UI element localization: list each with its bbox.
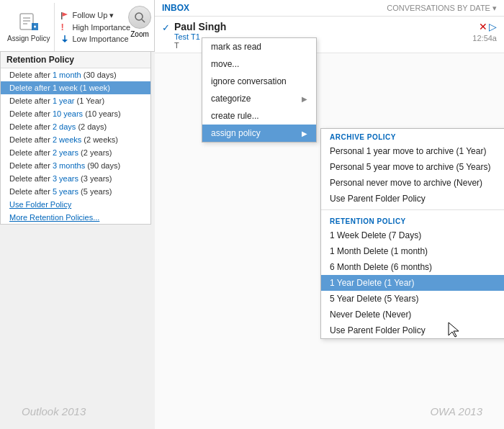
retention-policy-panel: Retention Policy Delete after 1 month (3… xyxy=(0,52,151,225)
archive-policy-title: ARCHIVE POLICY xyxy=(321,129,504,143)
context-mark-as-read[interactable]: mark as read xyxy=(202,38,316,55)
app-label-right: OWA 2013 xyxy=(430,405,482,417)
assign-policy-button[interactable]: Assign Policy xyxy=(3,3,55,51)
inbox-title: INBOX xyxy=(162,3,189,13)
zoom-button[interactable]: Zoom xyxy=(128,6,151,38)
svg-marker-8 xyxy=(63,12,68,17)
email-close-icon[interactable]: ✕ xyxy=(479,21,487,32)
retention-submenu-item-2[interactable]: 6 Month Delete (6 months) xyxy=(321,259,504,275)
retention-item-3[interactable]: Delete after 10 years (10 years) xyxy=(1,107,150,120)
categorize-label: categorize xyxy=(211,94,251,104)
retention-item-1[interactable]: Delete after 1 week (1 week) xyxy=(1,81,150,94)
email-expand-icon[interactable]: ▷ xyxy=(489,21,497,32)
flag-icon xyxy=(60,12,69,20)
archive-item-1[interactable]: Personal 5 year move to archive (5 Years… xyxy=(321,159,504,175)
assign-policy-menu-label: assign policy xyxy=(211,128,261,138)
ignore-label: ignore conversation xyxy=(211,76,287,86)
retention-submenu-item-6[interactable]: Use Parent Folder Policy xyxy=(321,322,504,338)
retention-policy-title: Retention Policy xyxy=(1,52,150,68)
svg-marker-10 xyxy=(62,40,68,42)
retention-item-6[interactable]: Delete after 2 years (2 years) xyxy=(1,146,150,159)
ribbon-actions: Follow Up ▾ ! High Importance Low Import… xyxy=(55,3,136,51)
assign-policy-icon xyxy=(18,12,40,33)
app-label-left: Outlook 2013 xyxy=(22,405,86,417)
categorize-arrow-icon: ▶ xyxy=(302,95,307,103)
svg-point-11 xyxy=(135,13,143,20)
retention-item-more[interactable]: More Retention Policies... xyxy=(1,211,150,224)
conversations-label: CONVERSATIONS BY DATE ▾ xyxy=(387,4,497,13)
retention-item-8[interactable]: Delete after 3 years (3 years) xyxy=(1,172,150,185)
email-checkmark: ✓ xyxy=(162,22,170,33)
retention-item-use-folder[interactable]: Use Folder Policy xyxy=(1,198,150,211)
svg-rect-7 xyxy=(61,12,63,19)
exclamation-icon: ! xyxy=(60,23,69,32)
high-importance-label: High Importance xyxy=(72,23,130,32)
move-label: move... xyxy=(211,59,239,69)
retention-item-0[interactable]: Delete after 1 month (30 days) xyxy=(1,68,150,81)
zoom-icon xyxy=(128,6,151,29)
archive-item-2[interactable]: Personal never move to archive (Never) xyxy=(321,175,504,191)
down-arrow-icon xyxy=(60,35,69,43)
svg-line-12 xyxy=(142,19,145,22)
context-categorize[interactable]: categorize ▶ xyxy=(202,90,316,107)
create-rule-label: create rule... xyxy=(211,111,259,121)
context-move[interactable]: move... xyxy=(202,55,316,73)
context-assign-policy[interactable]: assign policy ▶ xyxy=(202,125,316,142)
email-sender: Paul Singh xyxy=(174,21,467,32)
high-importance-button[interactable]: ! High Importance xyxy=(60,23,130,32)
inbox-area: INBOX CONVERSATIONS BY DATE ▾ ✓ Paul Sin… xyxy=(155,0,504,429)
assign-policy-submenu: ARCHIVE POLICY Personal 1 year move to a… xyxy=(320,128,504,339)
retention-submenu-item-1[interactable]: 1 Month Delete (1 month) xyxy=(321,243,504,259)
email-time: 12:54a xyxy=(472,34,497,42)
archive-item-3[interactable]: Use Parent Folder Policy xyxy=(321,191,504,207)
email-meta: ✕ ▷ 12:54a xyxy=(467,21,497,42)
retention-item-2[interactable]: Delete after 1 year (1 Year) xyxy=(1,94,150,107)
retention-submenu-item-3[interactable]: 1 Year Delete (1 Year) xyxy=(321,275,504,291)
zoom-label: Zoom xyxy=(130,30,149,38)
follow-up-button[interactable]: Follow Up ▾ xyxy=(60,11,130,20)
context-create-rule[interactable]: create rule... xyxy=(202,107,316,125)
svg-rect-0 xyxy=(20,14,33,30)
archive-item-0[interactable]: Personal 1 year move to archive (1 Year) xyxy=(321,143,504,159)
mark-as-read-label: mark as read xyxy=(211,42,261,52)
assign-policy-arrow-icon: ▶ xyxy=(302,130,307,137)
low-importance-label: Low Importance xyxy=(72,35,128,43)
retention-submenu-item-4[interactable]: 5 Year Delete (5 Years) xyxy=(321,291,504,307)
context-menu: mark as read move... ignore conversation… xyxy=(202,37,317,143)
retention-submenu-item-0[interactable]: 1 Week Delete (7 Days) xyxy=(321,227,504,243)
follow-up-label: Follow Up ▾ xyxy=(72,11,114,20)
retention-policy-submenu-title: RETENTION POLICY xyxy=(321,213,504,227)
low-importance-button[interactable]: Low Importance xyxy=(60,35,130,43)
retention-item-7[interactable]: Delete after 3 months (90 days) xyxy=(1,159,150,172)
retention-item-4[interactable]: Delete after 2 days (2 days) xyxy=(1,120,150,133)
retention-submenu-item-5[interactable]: Never Delete (Never) xyxy=(321,307,504,322)
context-ignore[interactable]: ignore conversation xyxy=(202,73,316,90)
inbox-header: INBOX CONVERSATIONS BY DATE ▾ xyxy=(155,0,504,17)
submenu-divider xyxy=(321,209,504,210)
retention-item-9[interactable]: Delete after 5 years (5 years) xyxy=(1,185,150,198)
retention-item-5[interactable]: Delete after 2 weeks (2 weeks) xyxy=(1,133,150,146)
email-actions: ✕ ▷ xyxy=(479,21,497,32)
assign-policy-label: Assign Policy xyxy=(7,35,50,43)
